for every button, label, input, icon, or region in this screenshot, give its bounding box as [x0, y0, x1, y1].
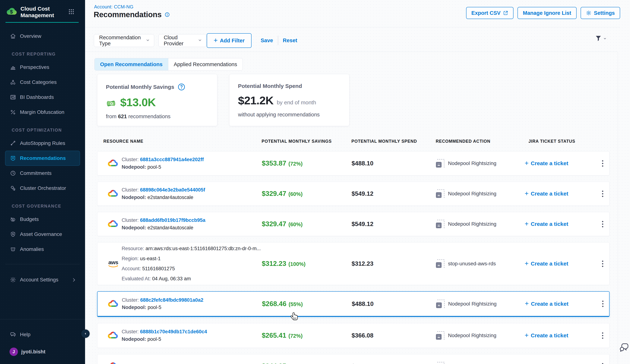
sidebar-item-asset-governance[interactable]: Asset Governance: [5, 227, 80, 242]
username: jyoti.bisht: [21, 349, 45, 355]
add-filter-button[interactable]: + Add Filter: [207, 33, 252, 48]
table-row[interactable]: Cluster: 6881a3ccc887941a4ee202ffNodepoo…: [97, 151, 610, 176]
resource-link[interactable]: 6881a3ccc887941a4ee202ff: [140, 157, 204, 162]
resource-name-cell: Cluster: 6886e92f59a48cad86b5b1c6: [122, 363, 262, 364]
filter-panel-toggle[interactable]: [595, 35, 607, 43]
sidebar-item-commitments[interactable]: Commitments: [5, 166, 80, 181]
sidebar-item-budgets[interactable]: Budgets: [5, 212, 80, 227]
info-icon[interactable]: [164, 12, 170, 17]
row-menu-kebab-icon[interactable]: [600, 221, 606, 227]
export-csv-button[interactable]: Export CSV: [466, 7, 514, 19]
rightsizing-action-icon: [436, 189, 444, 198]
create-ticket-button[interactable]: +Create a ticket: [525, 160, 600, 167]
sidebar-item-account-settings[interactable]: Account Settings: [5, 272, 80, 287]
create-ticket-button[interactable]: +Create a ticket: [525, 301, 600, 307]
app-switcher-grid-icon[interactable]: [68, 8, 75, 16]
page-title: Recommendations: [94, 10, 162, 19]
funnel-icon: [595, 35, 602, 43]
monthly-savings-cell: $268.46(55%): [262, 300, 352, 308]
recommended-action-cell: stop-unused-aws-rds: [436, 259, 525, 268]
resource-link[interactable]: 6886e92f59a48cad86b5b1c6: [140, 363, 206, 364]
table-row[interactable]: Cluster: 6888b1c70e49db17c1de60c4Nodepoo…: [97, 323, 610, 348]
table-row[interactable]: Cluster: 688add6fb019b17f9bccb95aNodepoo…: [97, 212, 610, 236]
help-question-icon[interactable]: [178, 83, 186, 91]
gcp-icon: [107, 158, 118, 169]
monthly-spend-cell: $549.12: [352, 190, 436, 197]
sidebar-item-recommendations[interactable]: Recommendations: [5, 151, 80, 166]
resource-link[interactable]: 6888b1c70e49db17c1de60c4: [140, 329, 207, 334]
manage-ignore-list-button[interactable]: Manage Ignore List: [518, 7, 576, 19]
resource-field-label: Cluster:: [122, 363, 140, 364]
row-menu-kebab-icon[interactable]: [600, 190, 606, 197]
tab-open-recommendations[interactable]: Open Recommendations: [94, 58, 168, 70]
cloud-provider-dropdown[interactable]: Cloud Provider: [158, 34, 206, 47]
sidebar-item-cost-categories[interactable]: Cost Categories: [5, 75, 80, 90]
resource-link[interactable]: 688add6fb019b17f9bccb95a: [140, 217, 206, 223]
monthly-spend-cell: $312.23: [352, 260, 436, 267]
table-row[interactable]: Cluster: 68898c064e3e2ba0e544005fNodepoo…: [97, 182, 610, 206]
sidebar: $ Cloud Cost Management OverviewCOST REP…: [0, 0, 85, 364]
table-row[interactable]: Cluster: 688c2fefc84fbdc99801a0a2Nodepoo…: [97, 291, 610, 317]
resource-link[interactable]: 688c2fefc84fbdc99801a0a2: [140, 297, 204, 303]
sidebar-collapse-button[interactable]: [81, 330, 90, 338]
recommended-action-label: Nodepool Rightsizing: [448, 363, 496, 364]
chat-support-icon[interactable]: [619, 342, 630, 354]
create-ticket-button[interactable]: +Create a ticket: [525, 261, 600, 267]
sidebar-help-area: Help: [0, 327, 85, 342]
image-icon: [10, 94, 16, 101]
sidebar-section-cost-governance: COST GOVERNANCE: [0, 196, 85, 212]
row-menu-kebab-icon[interactable]: [600, 363, 606, 364]
create-ticket-button[interactable]: +Create a ticket: [525, 332, 600, 339]
resource-field-label: Cluster:: [122, 217, 140, 223]
resource-field-label: Account:: [122, 266, 142, 271]
row-menu-kebab-icon[interactable]: [600, 160, 606, 167]
sidebar-item-perspectives[interactable]: Perspectives: [5, 60, 80, 75]
sidebar-nav: OverviewCOST REPORTINGPerspectivesCost C…: [0, 29, 85, 287]
spend-value-note: by end of month: [277, 99, 316, 106]
savings-caption: from 621 recommendations: [106, 114, 217, 120]
filter-bar: Recommendation Type Cloud Provider + Add…: [85, 27, 618, 52]
resource-value: pool-5: [148, 164, 161, 170]
create-ticket-button[interactable]: +Create a ticket: [525, 363, 600, 364]
row-menu-kebab-icon[interactable]: [600, 332, 606, 339]
ccm-logo-icon: $: [6, 6, 18, 17]
col-potential-monthly-savings: POTENTIAL MONTHLY SAVINGS: [262, 139, 352, 144]
table-row[interactable]: Cluster: 6886e92f59a48cad86b5b1c6$244.05…: [97, 354, 610, 364]
alert-icon: [10, 246, 16, 253]
user-menu[interactable]: J jyoti.bisht: [10, 348, 45, 356]
tab-applied-recommendations[interactable]: Applied Recommendations: [168, 58, 243, 70]
savings-value: $13.0K: [120, 96, 156, 109]
resource-value: 04 Aug, 06:33 am: [152, 276, 191, 281]
sidebar-item-cluster-orchestrator[interactable]: Cluster Orchestrator: [5, 181, 80, 196]
sidebar-item-bi-dashboards[interactable]: BI Dashboards: [5, 90, 80, 105]
resource-field-label: Nodepool:: [122, 305, 148, 310]
sidebar-item-autostopping-rules[interactable]: AutoStopping Rules: [5, 136, 80, 151]
reset-filter-button[interactable]: Reset: [283, 37, 297, 43]
resource-link[interactable]: 68898c064e3e2ba0e544005f: [140, 187, 205, 192]
settings-button[interactable]: Settings: [580, 7, 620, 19]
gcp-icon: [107, 188, 118, 199]
monthly-savings-cell: $265.41(72%): [262, 332, 352, 339]
main-area: Account: CCM-NG Recommendations Export C…: [85, 0, 630, 364]
save-filter-button[interactable]: Save: [261, 37, 273, 43]
recommendation-type-dropdown[interactable]: Recommendation Type: [94, 34, 154, 47]
row-menu-kebab-icon[interactable]: [600, 301, 606, 307]
sidebar-item-help[interactable]: Help: [5, 327, 80, 342]
tag-icon: [10, 155, 16, 162]
recommended-action-cell: Nodepool Rightsizing: [436, 300, 525, 308]
rightsizing-action-icon: [436, 159, 444, 168]
row-menu-kebab-icon[interactable]: [600, 261, 606, 267]
sidebar-item-anomalies[interactable]: Anomalies: [5, 242, 80, 257]
shapes-icon: [10, 79, 16, 86]
create-ticket-button[interactable]: +Create a ticket: [525, 221, 600, 227]
sidebar-item-margin-obfuscation[interactable]: Margin Obfuscation: [5, 105, 80, 120]
breadcrumb-account-link[interactable]: Account: CCM-NG: [94, 4, 133, 10]
recommended-action-cell: Nodepool Rightsizing: [436, 159, 525, 168]
resource-value: e2standar4autoscale: [148, 225, 193, 230]
recommended-action-label: Nodepool Rightsizing: [448, 333, 496, 339]
create-ticket-button[interactable]: +Create a ticket: [525, 190, 600, 197]
home-icon: [10, 33, 16, 39]
sidebar-item-overview[interactable]: Overview: [5, 29, 80, 44]
table-row[interactable]: awsResource: arn:aws:rds:us-east-1:51161…: [97, 242, 610, 285]
recommended-action-cell: Nodepool Rightsizing: [436, 362, 525, 364]
